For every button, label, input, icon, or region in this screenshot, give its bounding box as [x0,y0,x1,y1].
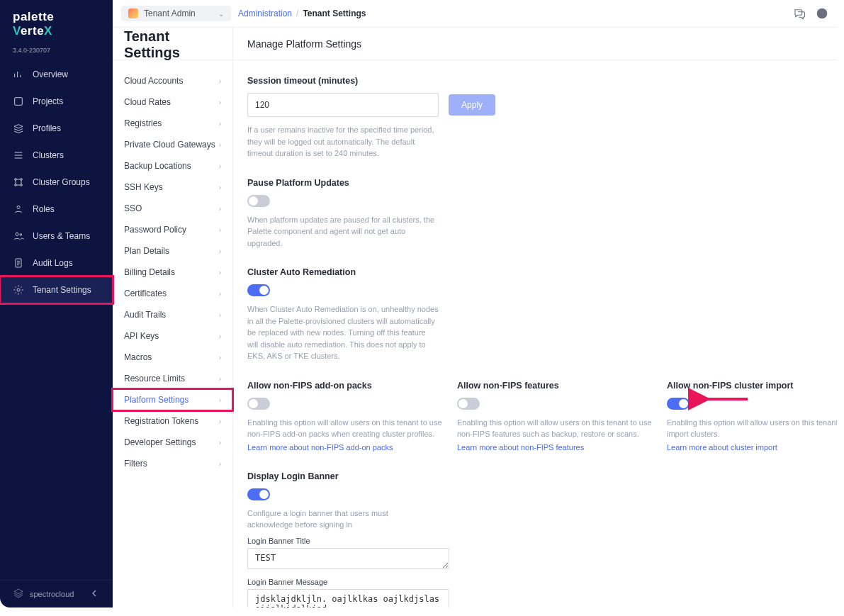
chevron-right-icon: › [219,120,221,128]
top-actions: ? [793,7,828,20]
nav-label: Profiles [33,123,61,133]
banner-msg-input[interactable] [247,589,449,608]
layers-icon [13,123,24,134]
breadcrumb-root[interactable]: Administration [238,9,292,18]
chat-icon[interactable] [793,7,806,20]
fips-import-title: Allow non-FIPS cluster import [667,381,837,391]
form-area: Session timeout (minutes) Apply If a use… [233,60,837,607]
settings-item-label: Backup Locations [124,161,191,171]
section-pause-updates: Pause Platform Updates When platform upd… [247,178,823,250]
settings-item-label: API Keys [124,331,159,341]
login-banner-toggle[interactable] [247,488,270,500]
settings-item-billing-details[interactable]: Billing Details› [113,262,232,283]
sidebar-footer: spectrocloud [0,580,113,607]
settings-item-label: Registries [124,118,162,128]
breadcrumb: Administration / Tenant Settings [238,9,366,18]
chevron-right-icon: › [219,418,221,425]
chevron-right-icon: › [219,99,221,106]
main-header: Manage Platform Settings [233,28,837,60]
svg-point-5 [17,206,20,208]
session-help: If a user remains inactive for the speci… [247,124,439,159]
settings-item-label: Billing Details [124,267,175,277]
settings-item-password-policy[interactable]: Password Policy› [113,219,232,240]
chevron-right-icon: › [219,269,221,276]
svg-point-1 [15,179,17,181]
svg-point-4 [21,184,23,186]
nav-item-profiles[interactable]: Profiles [0,115,113,142]
settings-item-registration-tokens[interactable]: Registration Tokens› [113,410,232,432]
fips-packs-toggle[interactable] [247,398,270,410]
settings-item-private-cloud-gateways[interactable]: Private Cloud Gateways› [113,134,232,155]
nav-item-users-teams[interactable]: Users & Teams [0,223,113,250]
settings-subnav: Tenant Settings Cloud Accounts›Cloud Rat… [113,28,233,607]
chevron-right-icon: › [219,141,221,149]
pause-title: Pause Platform Updates [247,178,823,188]
nav-item-clusters[interactable]: Clusters [0,142,113,169]
banner-title-label: Login Banner Title [247,537,823,545]
section-fips-features: Allow non-FIPS features Enabling this op… [457,381,655,453]
settings-item-plan-details[interactable]: Plan Details› [113,240,232,262]
arrow-annotation [698,393,748,408]
nav-label: Overview [33,69,68,79]
chevron-right-icon: › [219,226,221,234]
fips-features-toggle[interactable] [457,398,480,410]
apply-button[interactable]: Apply [449,94,495,116]
nav-item-cluster-groups[interactable]: Cluster Groups [0,169,113,196]
nav-label: Roles [33,204,55,214]
collapse-sidebar-icon[interactable] [89,588,100,600]
svg-point-3 [15,184,17,186]
settings-item-api-keys[interactable]: API Keys› [113,325,232,347]
banner-title-input[interactable] [247,548,449,569]
settings-item-label: Audit Trails [124,310,166,320]
nav-label: Projects [33,96,63,106]
content: Tenant Settings Cloud Accounts›Cloud Rat… [113,27,837,607]
settings-item-certificates[interactable]: Certificates› [113,283,232,304]
fips-import-toggle[interactable] [667,398,690,410]
fips-packs-link[interactable]: Learn more about non-FIPS add-on packs [247,443,393,452]
fips-packs-help: Enabling this option will allow users on… [247,417,446,440]
chevron-right-icon: › [219,77,221,85]
settings-item-cloud-rates[interactable]: Cloud Rates› [113,91,232,113]
nav-item-audit-logs[interactable]: Audit Logs [0,250,113,276]
settings-item-platform-settings[interactable]: Platform Settings› [113,389,232,410]
tile-icon [13,96,24,107]
settings-item-developer-settings[interactable]: Developer Settings› [113,432,232,453]
nav-label: Audit Logs [33,258,73,268]
nav-item-projects[interactable]: Projects [0,88,113,115]
main-panel: Manage Platform Settings Session timeout… [233,28,837,607]
settings-item-resource-limits[interactable]: Resource Limits› [113,368,232,389]
nav-item-overview[interactable]: Overview [0,61,113,88]
sidebar: palette VerteX 3.4.0-230707 OverviewProj… [0,0,113,607]
remediation-help: When Cluster Auto Remediation is on, unh… [247,303,439,362]
settings-item-label: Cloud Accounts [124,76,183,86]
version-text: 3.4.0-230707 [0,43,113,61]
nodes-icon [13,177,24,188]
fips-import-link[interactable]: Learn more about cluster import [667,443,777,452]
settings-item-backup-locations[interactable]: Backup Locations› [113,155,232,177]
fips-row: Allow non-FIPS add-on packs Enabling thi… [247,381,823,453]
settings-item-audit-trails[interactable]: Audit Trails› [113,304,232,325]
auto-remediation-toggle[interactable] [247,284,270,296]
help-icon[interactable]: ? [816,7,828,20]
svg-point-9 [17,289,20,291]
section-fips-import: Allow non-FIPS cluster import Enabling t… [667,381,837,453]
chevron-right-icon: › [219,460,221,468]
nav-label: Cluster Groups [33,177,90,187]
chevron-right-icon: › [219,332,221,340]
nav-item-roles[interactable]: Roles [0,196,113,223]
settings-list: Cloud Accounts›Cloud Rates›Registries›Pr… [113,60,232,474]
chevron-right-icon: › [219,354,221,362]
settings-item-filters[interactable]: Filters› [113,453,232,474]
person-icon [13,203,24,215]
nav-item-tenant-settings[interactable]: Tenant Settings [0,276,113,303]
settings-item-sso[interactable]: SSO› [113,198,232,219]
nav-label: Tenant Settings [33,285,91,295]
settings-item-registries[interactable]: Registries› [113,113,232,134]
pause-updates-toggle[interactable] [247,195,270,207]
settings-item-macros[interactable]: Macros› [113,347,232,368]
settings-item-ssh-keys[interactable]: SSH Keys› [113,177,232,198]
chevron-right-icon: › [219,205,221,213]
session-timeout-input[interactable] [247,93,439,117]
fips-features-link[interactable]: Learn more about non-FIPS features [457,443,584,452]
settings-item-cloud-accounts[interactable]: Cloud Accounts› [113,70,232,91]
